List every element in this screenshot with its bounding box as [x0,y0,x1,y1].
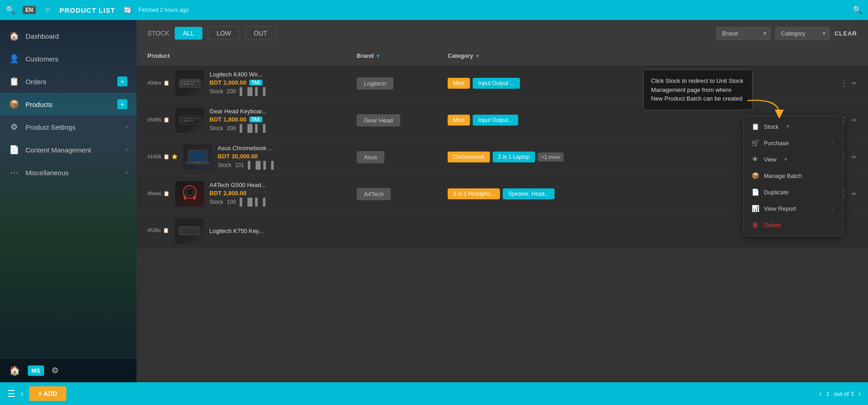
brand-tag: Asus [357,151,384,163]
clear-button[interactable]: CLEAR [834,30,857,37]
context-menu-view-report[interactable]: 📊 View Report ⋮ [744,200,843,217]
product-settings-icon: ⚙ [9,122,19,132]
filter-out-button[interactable]: OUT [245,26,276,40]
copy-icon[interactable]: 📋 [163,117,170,123]
product-id-row: #5885 📋 [147,117,170,124]
category-tag: 2 in 1 Headpho... [448,188,500,199]
misc-icon: ⋯ [9,167,19,177]
products-icon: 📦 [9,99,19,109]
stock-label: Stock [218,162,232,168]
external-link-icon: ↗ [785,124,789,130]
edit-icon[interactable]: ✏ [852,80,857,87]
category-select[interactable]: Category [775,27,830,40]
category-filter-icon[interactable]: ▼ [475,53,480,59]
sidebar-home-icon[interactable]: 🏠 [9,365,20,376]
brand-tag: Logitech [357,77,394,90]
edit-icon[interactable]: ✏ [852,153,857,161]
orders-icon: 📋 [9,76,19,86]
pagination: ‹ 1 out of 3 › [819,390,861,398]
th-brand: Brand ▼ [357,52,448,59]
product-id: #1606 📋 ⭐ [147,154,178,160]
svg-rect-11 [181,117,183,119]
refresh-icon[interactable]: 🔄 [124,6,131,14]
product-info: Gear Head Keyboar... BDT 1,800.00 TAX St… [210,108,267,132]
sidebar-item-product-settings[interactable]: ⚙ Product Settings › [0,116,136,138]
filter-low-button[interactable]: LOW [208,26,240,40]
top-bar: 🔍 EN বাং PRODUCT LIST 🔄 Fetched 2 hours … [0,0,868,20]
copy-icon[interactable]: 📋 [163,228,169,233]
row-actions: ⋮ ✏ [840,78,857,88]
brand-filter-icon[interactable]: ▼ [376,53,381,59]
more-categories-badge: +1 more [538,152,564,162]
product-thumbnail [175,181,204,207]
brand-select-wrapper: Brand [716,27,771,40]
context-menu-delete[interactable]: 🗑 Delete [744,217,843,233]
ms-button[interactable]: MS [28,365,44,376]
edit-icon[interactable]: ✏ [852,116,857,124]
add-button[interactable]: + ADD [29,386,66,401]
barcode-icon: ▌▐▌▌▐ [240,198,266,206]
context-menu-stock[interactable]: 📋 Stock ↗ [744,118,843,135]
star-icon: ⭐ [172,154,178,160]
sidebar-item-customers[interactable]: 👤 Customers [0,47,136,70]
fetched-label: Fetched 2 hours ago [139,7,189,13]
filter-all-button[interactable]: ALL [175,27,202,40]
sidebar-item-miscellaneous[interactable]: ⋯ Miscellaneous › [0,161,136,184]
context-menu-purchase[interactable]: 🛒 Purchase ⋮ [744,135,843,151]
category-tag: Input Output ... [473,78,520,89]
page-current: 1 [826,390,829,397]
top-search-icon[interactable]: 🔍 [5,5,15,15]
product-name: Logitech K400 Wir... [210,71,266,78]
table-header: Product Brand ▼ Category ▼ [136,47,868,65]
chevron-right-icon: › [126,124,127,130]
orders-add-button[interactable]: + [117,76,127,86]
sidebar-gear-icon[interactable]: ⚙ [51,365,59,375]
sidebar-item-orders[interactable]: 📋 Orders + [0,70,136,93]
category-tag: Mice [448,115,470,126]
svg-rect-23 [194,162,202,163]
sidebar-label-product-settings: Product Settings [25,123,119,131]
brand-select[interactable]: Brand [716,27,771,40]
product-price: BDT 2,800.00 [210,190,266,197]
barcode-icon: ▌▐▌▌▐ [248,161,274,169]
edit-icon[interactable]: ✏ [852,190,857,197]
product-name: Asus Chromebook ... [218,145,274,152]
th-product: Product [147,52,357,59]
sidebar-item-content-management[interactable]: 📄 Content Management › [0,138,136,161]
header-search-icon[interactable]: 🔍 [853,5,863,15]
svg-rect-21 [190,151,206,161]
product-price: BDT 1,800.00 TAX [210,116,267,123]
product-name: A4Tech G500 Head... [210,182,266,188]
purchase-dots: ⋮ [830,140,836,146]
copy-icon[interactable]: 📋 [163,154,170,160]
product-id: #5885 📋 [147,117,170,123]
barcode-icon: ▌▐▌▌▐ [240,87,266,96]
sidebar-item-dashboard[interactable]: 🏠 Dashboard [0,25,136,47]
delete-cm-icon: 🗑 [751,221,759,228]
stock-row: Stock 200 ▌▐▌▌▐ [210,87,266,96]
context-menu-duplicate[interactable]: 📄 Duplicate [744,184,843,200]
page-next-button[interactable]: › [858,390,861,398]
language-selector[interactable]: EN [23,6,36,14]
product-col: #8ee6 📋 A4Tech G500 Head... BDT 2,800.00… [147,181,357,207]
hamburger-icon[interactable]: ☰ [7,388,15,399]
row-actions: ⋮ ✏ Click Stock to redirect to Unit Stoc… [840,115,857,125]
context-menu-view[interactable]: 👁 View ↗ [744,151,843,167]
svg-rect-1 [181,81,183,82]
more-options-icon[interactable]: ⋮ [840,78,848,88]
svg-point-25 [186,188,193,196]
product-id-row: #0dee 📋 [147,80,170,87]
page-title: PRODUCT LIST [60,6,116,14]
copy-icon[interactable]: 📋 [163,191,170,197]
back-icon[interactable]: ‹ [21,389,24,399]
tax-badge: TAX [249,80,262,86]
svg-rect-26 [179,227,200,235]
context-menu-manage-batch[interactable]: 📦 Manage Batch [744,167,843,184]
page-prev-button[interactable]: ‹ [819,390,822,398]
copy-icon[interactable]: 📋 [163,80,170,86]
sidebar-item-products[interactable]: 📦 Products + [0,93,136,116]
brand-col: Gear Head [357,116,448,124]
products-add-button[interactable]: + [117,99,127,109]
sidebar-nav: 🏠 Dashboard 👤 Customers 📋 Orders + 📦 Pro… [0,20,136,358]
manage-batch-label: Manage Batch [764,172,802,179]
